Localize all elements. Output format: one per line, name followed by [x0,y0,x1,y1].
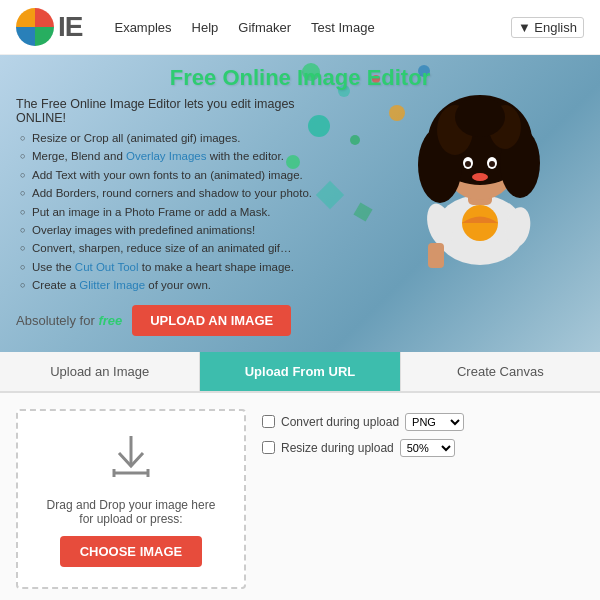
logo-text: IE [58,11,82,43]
tab-create-canvas[interactable]: Create Canvas [401,352,600,391]
feature-8: Use the Cut Out Tool to make a heart sha… [20,258,326,276]
convert-option-row: Convert during upload PNG JPG GIF WEBP [262,413,584,431]
convert-label: Convert during upload [281,415,399,429]
logo-circle [16,8,54,46]
navbar: IE Examples Help Gifmaker Test Image ▼ E… [0,0,600,55]
hero-upload-row: Absolutely for free UPLOAD AN IMAGE [16,305,326,336]
upload-options: Convert during upload PNG JPG GIF WEBP R… [262,409,584,589]
logo[interactable]: IE [16,8,82,46]
nav-links: Examples Help Gifmaker Test Image [114,20,486,35]
tab-upload-image[interactable]: Upload an Image [0,352,200,391]
hero-content: The Free Online Image Editor lets you ed… [16,97,326,336]
svg-point-11 [465,161,471,167]
feature-6: Overlay images with predefined animation… [20,221,326,239]
convert-checkbox[interactable] [262,415,275,428]
tab-upload-url[interactable]: Upload From URL [200,352,400,391]
hero-free-label: Absolutely for free [16,313,122,328]
feature-1: Resize or Crop all (animated gif) images… [20,129,326,147]
feature-9: Create a Glitter Image of your own. [20,276,326,294]
resize-label: Resize during upload [281,441,394,455]
feature-4: Add Borders, round corners and shadow to… [20,184,326,202]
language-selector[interactable]: ▼ English [511,17,584,38]
upload-dropzone[interactable]: Drag and Drop your image here for upload… [16,409,246,589]
svg-point-13 [472,173,488,181]
tab-bar: Upload an Image Upload From URL Create C… [0,352,600,393]
feature-3: Add Text with your own fonts to an (anim… [20,166,326,184]
free-word: free [98,313,122,328]
overlay-link[interactable]: Overlay Images [126,150,207,162]
nav-link-help[interactable]: Help [192,20,219,35]
drag-drop-text: Drag and Drop your image here for upload… [38,498,224,526]
nav-link-testimage[interactable]: Test Image [311,20,375,35]
hero-intro: The Free Online Image Editor lets you ed… [16,97,326,125]
svg-point-12 [489,161,495,167]
resize-option-row: Resize during upload 25% 50% 75% 100% [262,439,584,457]
upload-section: Drag and Drop your image here for upload… [0,393,600,600]
feature-5: Put an image in a Photo Frame or add a M… [20,203,326,221]
choose-image-button[interactable]: CHOOSE IMAGE [60,536,203,567]
hero-features-list: Resize or Crop all (animated gif) images… [16,129,326,295]
hero-upload-button[interactable]: UPLOAD AN IMAGE [132,305,291,336]
svg-rect-17 [428,243,444,268]
resize-percent-select[interactable]: 25% 50% 75% 100% [400,439,455,457]
hero-title: Free Online Image Editor [16,65,584,91]
nav-link-examples[interactable]: Examples [114,20,171,35]
feature-2: Merge, Blend and Overlay Images with the… [20,147,326,165]
feature-7: Convert, sharpen, reduce size of an anim… [20,239,326,257]
svg-point-8 [455,97,505,137]
resize-checkbox[interactable] [262,441,275,454]
upload-arrow-icon [106,431,156,490]
glitter-link[interactable]: Glitter Image [79,279,145,291]
cutout-link[interactable]: Cut Out Tool [75,261,139,273]
hero-section: Free Online Image Editor The Free Online… [0,55,600,352]
nav-link-gifmaker[interactable]: Gifmaker [238,20,291,35]
convert-format-select[interactable]: PNG JPG GIF WEBP [405,413,464,431]
